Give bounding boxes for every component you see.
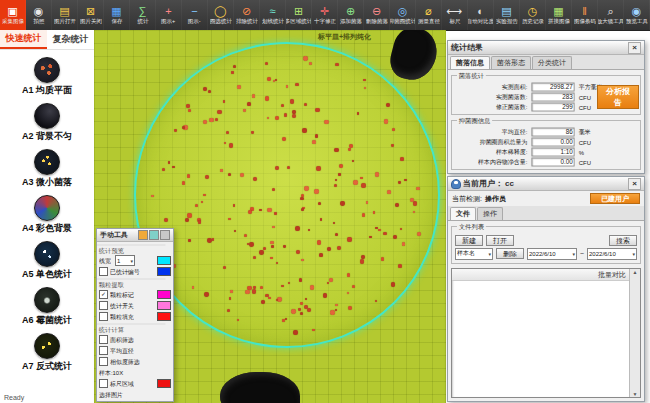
colony-dot xyxy=(386,103,390,107)
file-filter-row: 样本名▾删除 2022/6/10 ▾ ~ 2022/6/10 ▾ xyxy=(455,247,637,260)
colony-dot xyxy=(348,148,351,151)
star-icon[interactable] xyxy=(160,230,170,240)
colony-dot xyxy=(270,257,272,259)
toolbar-button-10[interactable]: ⊘排除统计 xyxy=(234,0,260,30)
diameter-icon: ⌀ xyxy=(425,5,432,17)
delete-button[interactable]: 删除 xyxy=(496,248,524,259)
colony-dot xyxy=(230,290,233,293)
toolbar-button-11[interactable]: ≈划线统计 xyxy=(260,0,286,30)
toolbar-button-24[interactable]: ⌕放大镜工具 xyxy=(598,0,624,30)
tools-panel-titlebar[interactable]: 手动工具 xyxy=(97,229,173,242)
scrollbar[interactable]: ▲ ▼ xyxy=(629,269,640,397)
stats-panel-titlebar[interactable]: 统计结果 × xyxy=(448,41,644,55)
toolbar-button-5[interactable]: ▦保存 xyxy=(104,0,130,30)
toolbar-button-9[interactable]: ◯圈选统计 xyxy=(208,0,234,30)
checkbox[interactable] xyxy=(99,267,108,276)
color-swatch[interactable] xyxy=(157,256,171,265)
toolbar-button-21[interactable]: ◷历史记录 xyxy=(520,0,546,30)
toolbar-button-13[interactable]: ✛十字修正 xyxy=(312,0,338,30)
toolbar-button-19[interactable]: ◐自动对比度 xyxy=(468,0,494,30)
field-label: 修正菌落数: xyxy=(466,103,529,112)
sidebar-tab-1[interactable]: 快速统计 xyxy=(0,30,47,49)
sidebar-item-a1[interactable]: A1 均质平面 xyxy=(0,55,94,101)
analysis-report-button[interactable]: 分析报告 xyxy=(597,85,639,109)
sidebar-item-a5[interactable]: A5 单色统计 xyxy=(0,239,94,285)
colony-dot xyxy=(327,282,329,284)
checkbox[interactable] xyxy=(99,379,108,388)
grid-icon[interactable] xyxy=(149,230,159,240)
toolbar-button-14[interactable]: ⊕添加菌落 xyxy=(338,0,364,30)
sample-name-combo[interactable]: 样本名▾ xyxy=(455,248,493,260)
checkbox[interactable] xyxy=(99,301,108,310)
stat-field-row: 抑菌圈面积总量为0.00CFU xyxy=(455,137,637,147)
toolbar-button-16[interactable]: ◎抑菌圈统计 xyxy=(390,0,416,30)
toolbar-button-8[interactable]: −图示- xyxy=(182,0,208,30)
user-panel-titlebar[interactable]: 当前用户： cc × xyxy=(448,177,644,191)
stats-tab-3[interactable]: 分类统计 xyxy=(532,56,572,69)
colony-dot xyxy=(203,87,207,91)
color-swatch[interactable] xyxy=(157,290,171,299)
scroll-down-icon[interactable]: ▼ xyxy=(633,391,638,397)
sidebar-item-a4[interactable]: A4 彩色背景 xyxy=(0,193,94,239)
petri-dish[interactable] xyxy=(134,42,440,348)
colony-dot xyxy=(267,77,271,81)
color-swatch[interactable] xyxy=(157,312,171,321)
color-swatch[interactable] xyxy=(157,267,171,276)
colony-dot xyxy=(288,282,290,284)
sidebar-item-a3[interactable]: A3 微小菌落 xyxy=(0,147,94,193)
stats-tab-2[interactable]: 菌落形态 xyxy=(491,56,531,69)
color-swatch[interactable] xyxy=(157,379,171,388)
checkbox[interactable] xyxy=(99,346,108,355)
list-column-header[interactable]: 批量对比 xyxy=(598,270,626,280)
colony-dot xyxy=(360,177,362,179)
folder-icon[interactable] xyxy=(138,230,148,240)
tools-row: 平均直径 xyxy=(97,345,173,356)
file-button-1[interactable]: 新建 xyxy=(455,235,483,246)
sidebar-item-a7[interactable]: A7 反式统计 xyxy=(0,331,94,377)
checkbox[interactable]: ✓ xyxy=(99,290,108,299)
close-icon[interactable]: × xyxy=(628,42,641,54)
user-tab-2[interactable]: 操作 xyxy=(477,207,503,220)
toolbar-button-7[interactable]: +图示+ xyxy=(156,0,182,30)
checkbox[interactable] xyxy=(99,357,108,366)
checkbox[interactable] xyxy=(99,312,108,321)
toolbar-button-18[interactable]: ⟷标尺 xyxy=(442,0,468,30)
checkbox[interactable] xyxy=(99,335,108,344)
file-button-3[interactable]: 搜索 xyxy=(609,235,637,246)
tools-row: 已统计编号 xyxy=(97,266,173,277)
file-button-2[interactable]: 打开 xyxy=(486,235,514,246)
date-from-picker[interactable]: 2022/6/10 ▾ xyxy=(527,248,577,260)
scroll-up-icon[interactable]: ▲ xyxy=(633,269,638,275)
colony-dot xyxy=(347,237,351,241)
user-tab-1[interactable]: 文件 xyxy=(450,207,476,220)
colony-dot xyxy=(329,278,333,282)
toolbar-button-25[interactable]: ◉预览工具 xyxy=(624,0,650,30)
file-list[interactable]: 批量对比 ▲ ▼ xyxy=(451,268,641,398)
color-swatch[interactable] xyxy=(157,301,171,310)
colony-dot xyxy=(375,172,379,176)
sidebar-item-a6[interactable]: A6 霉菌统计 xyxy=(0,285,94,331)
colony-dot xyxy=(203,194,205,196)
toolbar-button-12[interactable]: ⊞多区域统计 xyxy=(286,0,312,30)
colony-dot xyxy=(398,264,402,268)
colony-dot xyxy=(223,100,226,103)
toolbar-button-6[interactable]: ∑统计 xyxy=(130,0,156,30)
toolbar-button-4[interactable]: ⊠图片关闭 xyxy=(78,0,104,30)
manage-users-button[interactable]: 已建用户 xyxy=(590,193,640,204)
toolbar-button-22[interactable]: ▦拼接图像 xyxy=(546,0,572,30)
stats-tab-1[interactable]: 菌落信息 xyxy=(450,56,490,69)
colony-dot xyxy=(317,240,322,245)
colony-dot xyxy=(229,143,233,147)
toolbar-button-15[interactable]: ⊖删除菌落 xyxy=(364,0,390,30)
sidebar-item-a2[interactable]: A2 背景不匀 xyxy=(0,101,94,147)
toolbar-button-3[interactable]: ▤图片打开 xyxy=(52,0,78,30)
date-to-picker[interactable]: 2022/6/10 ▾ xyxy=(587,248,637,260)
toolbar-button-1[interactable]: ▣采集图像 xyxy=(0,0,26,30)
sidebar-tab-2[interactable]: 复杂统计 xyxy=(47,30,94,49)
toolbar-button-20[interactable]: ▤实验报告 xyxy=(494,0,520,30)
close-icon[interactable]: × xyxy=(628,178,641,190)
line-width-combo[interactable]: 1▾ xyxy=(115,255,135,266)
toolbar-button-17[interactable]: ⌀测量直径 xyxy=(416,0,442,30)
toolbar-button-2[interactable]: ◉拍照 xyxy=(26,0,52,30)
toolbar-button-23[interactable]: ‖图像条码 xyxy=(572,0,598,30)
